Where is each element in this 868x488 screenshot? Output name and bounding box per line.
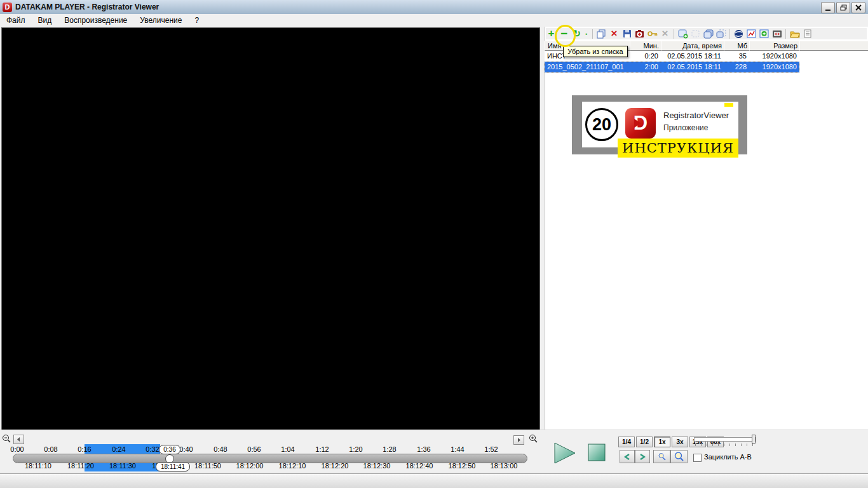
timeline-zoom-out-icon[interactable] — [2, 434, 12, 445]
position-time-bubble: 0:36 — [159, 445, 180, 454]
delete-disabled-icon: × — [660, 29, 670, 39]
zoom-out-button[interactable] — [653, 450, 670, 463]
menu-playback[interactable]: Воспроизведение — [58, 15, 133, 26]
small-dash-icon[interactable]: ▪ — [584, 29, 589, 39]
datakam-player-window: D DATAKAM PLAYER - Registrator Viewer Фа… — [0, 0, 868, 488]
copy-icon[interactable] — [596, 29, 607, 39]
next-frame-button[interactable] — [635, 450, 650, 463]
tick: 0:56 — [238, 445, 270, 453]
window-title: DATAKAM PLAYER - Registrator Viewer — [15, 3, 159, 11]
chevron-right-icon — [639, 454, 646, 460]
close-button[interactable] — [851, 2, 865, 13]
badge-20: 20 — [585, 108, 618, 141]
magnifier-large-icon — [674, 452, 684, 461]
row1-datetime: 02.05.2015 18:11 — [661, 51, 724, 62]
tick: 0:08 — [35, 445, 67, 453]
row2-name: 2015_0502_211107_001 — [545, 62, 630, 72]
header-minutes[interactable]: Мин. — [630, 41, 662, 51]
report-document-icon[interactable] — [802, 29, 813, 39]
row1-minutes: 0:20 — [630, 51, 661, 62]
tick: 0:00 — [1, 445, 33, 453]
timeline-slider-track[interactable] — [13, 454, 527, 463]
menu-help[interactable]: ? — [188, 15, 205, 26]
export-video-icon[interactable] — [771, 29, 782, 39]
row1-mb: 35 — [724, 51, 749, 62]
banner-highlight-mark — [724, 103, 733, 107]
timeline-scroll-left-button[interactable] — [13, 435, 24, 444]
app-icon: D — [3, 3, 12, 12]
frame-disabled-icon — [690, 29, 701, 39]
row2-datetime: 02.05.2015 18:11 — [661, 62, 724, 72]
tick: 0:48 — [205, 445, 236, 453]
key-icon[interactable] — [647, 29, 658, 39]
timeline-zoom-in-icon[interactable] — [528, 434, 539, 446]
volume-slider-ticks — [695, 444, 755, 446]
magnifier-small-icon — [658, 452, 667, 461]
open-folder-icon[interactable] — [789, 29, 800, 39]
add-image-icon[interactable] — [759, 29, 770, 39]
add-frame-icon[interactable] — [677, 29, 688, 39]
header-filler — [799, 41, 868, 51]
prev-frame-button[interactable] — [620, 450, 635, 463]
speed-half-button[interactable]: 1/2 — [636, 437, 653, 447]
map-route-icon[interactable] — [746, 29, 757, 39]
banner-caption: ИНСТРУКЦИЯ — [618, 139, 738, 158]
annotation-circle — [555, 25, 576, 47]
header-datetime[interactable]: Дата, время — [661, 41, 725, 51]
banner-title: RegistratorViewer — [663, 111, 729, 120]
zoom-in-button[interactable] — [670, 450, 688, 463]
position-clock-bubble: 18:11:41 — [156, 462, 190, 471]
chevron-left-icon — [624, 454, 630, 460]
tick: 1:28 — [374, 445, 405, 453]
toolbar-separator — [785, 29, 786, 39]
minimize-icon — [825, 5, 831, 11]
timeline-scroll-right-button[interactable] — [513, 435, 524, 445]
playlist-row-2-selected[interactable]: 2015_0502_211107_001 2:00 02.05.2015 18:… — [545, 62, 799, 72]
speed-quarter-button[interactable]: 1/4 — [618, 437, 635, 447]
play-triangle-icon — [634, 119, 641, 128]
tick: 0:24 — [103, 445, 135, 453]
row2-minutes: 2:00 — [630, 62, 661, 72]
registrator-viewer-logo: D — [625, 108, 656, 139]
tick: 1:20 — [340, 445, 372, 453]
tick: 1:52 — [475, 445, 507, 453]
volume-slider-track[interactable] — [694, 437, 756, 442]
tick: 1:12 — [306, 445, 338, 453]
playlist-panel — [545, 27, 868, 432]
header-mb[interactable]: Мб — [724, 41, 750, 51]
minimize-button[interactable] — [821, 2, 835, 13]
frames-stack-icon[interactable] — [703, 29, 714, 39]
speed-1x-button[interactable]: 1x — [654, 437, 670, 447]
volume-slider-handle[interactable] — [752, 435, 756, 444]
restore-icon — [840, 4, 847, 11]
play-button[interactable] — [553, 442, 577, 467]
loop-ab-label: Зациклить A-B — [704, 453, 752, 461]
speed-3x-button[interactable]: 3x — [672, 437, 688, 447]
restore-button[interactable] — [836, 2, 850, 13]
frames-dashed-icon[interactable] — [715, 29, 726, 39]
toolbar-separator — [592, 29, 593, 39]
tick: 1:44 — [442, 445, 473, 453]
close-icon — [855, 4, 862, 11]
tick: 1:36 — [408, 445, 440, 453]
video-display[interactable] — [1, 27, 540, 431]
first-aid-kit-icon[interactable] — [634, 29, 645, 39]
banner-subtitle: Приложение — [663, 123, 708, 132]
save-icon[interactable] — [621, 29, 632, 39]
tooltip-remove-from-list: Убрать из списка — [563, 46, 628, 57]
tick: 1:04 — [272, 445, 304, 453]
stop-button[interactable] — [588, 444, 606, 464]
menu-view[interactable]: Вид — [32, 15, 58, 26]
tick: 0:16 — [69, 445, 100, 453]
row1-size: 1920x1080 — [749, 51, 799, 62]
menu-file[interactable]: Файл — [0, 15, 32, 26]
header-size[interactable]: Размер — [749, 41, 801, 51]
google-earth-icon[interactable] — [733, 29, 744, 39]
menu-bar: Файл Вид Воспроизведение Увеличение ? — [0, 14, 868, 27]
row2-size: 1920x1080 — [749, 62, 799, 72]
menu-zoom[interactable]: Увеличение — [133, 15, 188, 26]
delete-icon[interactable]: × — [609, 29, 620, 39]
row2-mb: 228 — [724, 62, 749, 72]
loop-ab-checkbox[interactable] — [693, 454, 702, 462]
toolbar-separator — [674, 29, 674, 39]
